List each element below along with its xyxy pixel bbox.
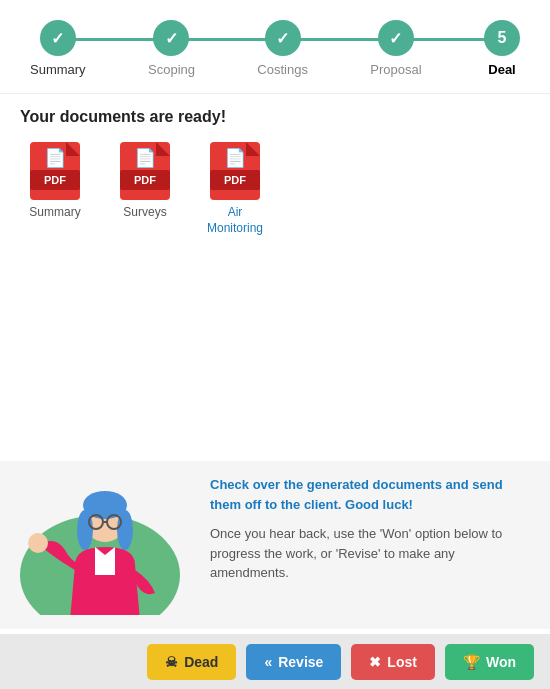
- pdf-icon-surveys: PDF 📄: [120, 142, 170, 200]
- step-circle-scoping: ✓: [153, 20, 189, 56]
- illustration: [10, 475, 200, 615]
- dead-button[interactable]: ☠ Dead: [147, 644, 236, 680]
- doc-icons-row: PDF 📄 Summary PDF 📄 Surveys PDF: [20, 142, 530, 236]
- doc-label-surveys: Surveys: [123, 205, 166, 221]
- svg-text:📄: 📄: [224, 147, 247, 169]
- dead-icon: ☠: [165, 654, 178, 670]
- doc-label-air-monitoring: AirMonitoring: [207, 205, 263, 236]
- doc-item-air-monitoring[interactable]: PDF 📄 AirMonitoring: [200, 142, 270, 236]
- footer-bar: ☠ Dead « Revise ✖ Lost 🏆 Won: [0, 634, 550, 689]
- lost-icon: ✖: [369, 654, 381, 670]
- step-circle-proposal: ✓: [378, 20, 414, 56]
- svg-text:📄: 📄: [44, 147, 67, 169]
- pdf-icon-air-monitoring: PDF 📄: [210, 142, 260, 200]
- step-label-costings: Costings: [257, 62, 308, 77]
- doc-item-summary[interactable]: PDF 📄 Summary: [20, 142, 90, 221]
- progress-track: ✓ Summary ✓ Scoping ✓ Costings ✓ Proposa…: [30, 20, 520, 77]
- step-circle-deal: 5: [484, 20, 520, 56]
- svg-text:PDF: PDF: [44, 174, 66, 186]
- svg-text:📄: 📄: [134, 147, 157, 169]
- doc-label-summary: Summary: [29, 205, 80, 221]
- info-paragraph-2: Once you hear back, use the 'Won' option…: [210, 524, 530, 583]
- won-icon: 🏆: [463, 654, 480, 670]
- lost-button[interactable]: ✖ Lost: [351, 644, 435, 680]
- step-circle-summary: ✓: [40, 20, 76, 56]
- step-circle-costings: ✓: [265, 20, 301, 56]
- step-scoping: ✓ Scoping: [148, 20, 195, 77]
- bottom-section: Check over the generated documents and s…: [0, 461, 550, 629]
- svg-point-24: [28, 533, 48, 553]
- svg-text:PDF: PDF: [134, 174, 156, 186]
- step-label-deal: Deal: [488, 62, 515, 77]
- step-label-scoping: Scoping: [148, 62, 195, 77]
- info-text: Check over the generated documents and s…: [200, 475, 530, 593]
- svg-point-20: [117, 510, 133, 550]
- progress-section: ✓ Summary ✓ Scoping ✓ Costings ✓ Proposa…: [0, 0, 550, 93]
- step-label-proposal: Proposal: [370, 62, 421, 77]
- svg-point-19: [77, 510, 93, 550]
- revise-label: Revise: [278, 654, 323, 670]
- step-deal: 5 Deal: [484, 20, 520, 77]
- doc-item-surveys[interactable]: PDF 📄 Surveys: [110, 142, 180, 221]
- won-label: Won: [486, 654, 516, 670]
- won-button[interactable]: 🏆 Won: [445, 644, 534, 680]
- dead-label: Dead: [184, 654, 218, 670]
- main-content: Your documents are ready! PDF 📄 Summary …: [0, 93, 550, 246]
- docs-ready-title: Your documents are ready!: [20, 108, 530, 126]
- step-proposal: ✓ Proposal: [370, 20, 421, 77]
- pdf-icon-summary: PDF 📄: [30, 142, 80, 200]
- svg-text:PDF: PDF: [224, 174, 246, 186]
- step-summary: ✓ Summary: [30, 20, 86, 77]
- revise-button[interactable]: « Revise: [246, 644, 341, 680]
- step-costings: ✓ Costings: [257, 20, 308, 77]
- step-label-summary: Summary: [30, 62, 86, 77]
- revise-icon: «: [264, 654, 272, 670]
- lost-label: Lost: [387, 654, 417, 670]
- info-paragraph-1: Check over the generated documents and s…: [210, 475, 530, 514]
